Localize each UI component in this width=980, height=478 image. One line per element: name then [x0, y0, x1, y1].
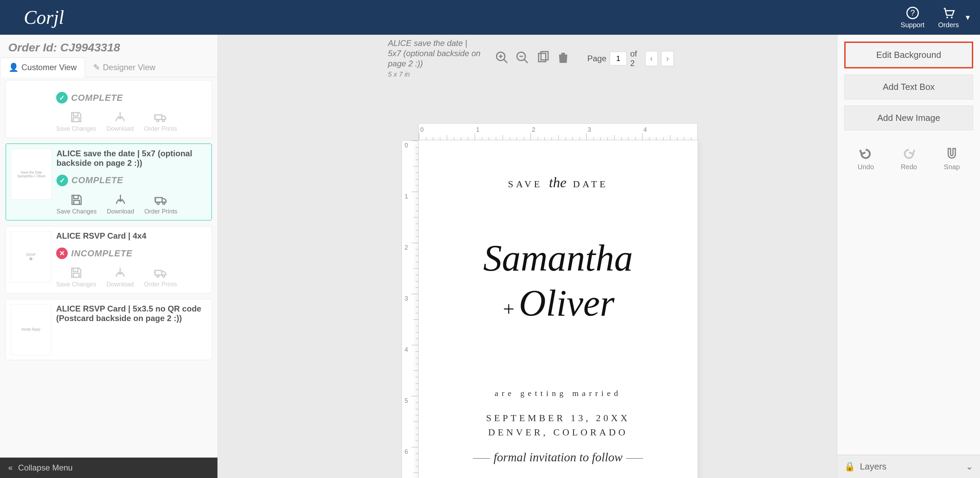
item-actions: Save Changes Download Order Prints — [56, 266, 207, 288]
name-1: Samantha — [418, 236, 698, 280]
order-prints-button[interactable]: Order Prints — [144, 193, 177, 215]
item-card[interactable]: Kindly Reply ALICE RSVP Card | 5x3.5 no … — [5, 299, 212, 360]
zoom-out-button[interactable] — [515, 50, 530, 67]
page-next-button[interactable]: › — [661, 51, 674, 66]
save-changes-button[interactable]: Save Changes — [56, 266, 96, 288]
plus-symbol: + — [501, 298, 515, 320]
ruler-tick-label: 3 — [404, 295, 408, 302]
orders-link[interactable]: Orders — [938, 6, 959, 29]
truck-icon — [154, 193, 168, 207]
magnet-icon — [945, 147, 959, 161]
order-prints-button[interactable]: Order Prints — [144, 266, 177, 288]
date-word: DATE — [573, 179, 608, 189]
download-icon — [113, 110, 127, 124]
item-thumbnail: Kindly Reply — [11, 304, 51, 355]
tab-designer-view[interactable]: Designer View — [85, 57, 163, 77]
names-block[interactable]: Samantha +Oliver — [418, 236, 698, 325]
snap-button[interactable]: Snap — [944, 147, 960, 171]
save-changes-button[interactable]: Save Changes — [56, 193, 97, 215]
items-list: ✓ COMPLETE Save Changes Download Order P… — [0, 77, 218, 478]
zoom-out-icon — [515, 50, 530, 65]
check-icon: ✓ — [56, 92, 68, 104]
chevron-down-icon: ⌄ — [966, 461, 973, 472]
item-actions: Save Changes Download Order Prints — [56, 193, 207, 215]
chevron-left-icon: « — [8, 463, 13, 473]
app-header: Corjl ? Support Orders ▾ — [0, 0, 980, 35]
ruler-tick-label: 4 — [643, 126, 647, 134]
svg-line-20 — [504, 59, 508, 63]
item-title: ALICE RSVP Card | 4x4 — [56, 231, 207, 241]
save-changes-button[interactable]: Save Changes — [56, 110, 96, 133]
svg-point-11 — [163, 202, 165, 204]
save-the-date-heading[interactable]: SAVE the DATE — [418, 174, 698, 191]
item-actions: Save Changes Download Order Prints — [56, 110, 207, 133]
svg-point-15 — [156, 275, 159, 277]
svg-point-6 — [162, 120, 165, 122]
undo-button[interactable]: Undo — [858, 147, 874, 171]
ruler-vertical: 0123456 — [401, 140, 418, 478]
tab-customer-view[interactable]: Customer View — [0, 57, 85, 77]
download-button[interactable]: Download — [107, 110, 134, 133]
item-card[interactable]: Save the DateSamantha + Oliver ALICE sav… — [5, 143, 212, 221]
copy-button[interactable] — [536, 50, 550, 67]
tab-designer-label: Designer View — [103, 63, 155, 72]
ruler-tick-label: 4 — [404, 346, 408, 354]
download-button[interactable]: Download — [107, 266, 134, 288]
page-prev-button[interactable]: ‹ — [645, 51, 658, 66]
item-card[interactable]: ✓ COMPLETE Save Changes Download Order P… — [5, 80, 212, 138]
ruler-tick-label: 0 — [404, 142, 408, 149]
canvas-header: ALICE save the date | 5x7 (optional back… — [388, 38, 674, 79]
date-location-block[interactable]: SEPTEMBER 13, 20XX DENVER, COLORADO — [418, 411, 698, 440]
collapse-menu-bar[interactable]: « Collapse Menu — [0, 457, 218, 478]
page-of-label: of 2 — [630, 49, 642, 68]
svg-line-24 — [524, 59, 528, 63]
svg-point-16 — [162, 275, 165, 277]
support-label: Support — [901, 21, 924, 29]
history-row: Undo Redo Snap — [844, 147, 973, 171]
item-body: ✓ COMPLETE Save Changes Download Order P… — [56, 85, 207, 133]
x-icon: ✕ — [56, 247, 68, 259]
delete-button[interactable] — [556, 50, 570, 67]
download-icon — [114, 193, 127, 207]
support-link[interactable]: ? Support — [901, 6, 924, 29]
status-text: INCOMPLETE — [71, 248, 132, 259]
trash-icon — [556, 50, 570, 65]
orders-label: Orders — [938, 21, 959, 29]
redo-icon — [902, 147, 916, 161]
canvas-toolbar — [495, 50, 570, 67]
ruler-tick-label: 6 — [404, 448, 408, 456]
redo-button[interactable]: Redo — [901, 147, 917, 171]
undo-label: Undo — [858, 163, 874, 171]
item-card[interactable]: RSVP▦ ALICE RSVP Card | 4x4 ✕ INCOMPLETE… — [5, 226, 212, 293]
layers-panel-toggle[interactable]: 🔒 Layers ⌄ — [837, 455, 980, 478]
save-icon — [70, 193, 83, 207]
ruler-tick-label: 5 — [404, 397, 408, 405]
add-text-box-button[interactable]: Add Text Box — [844, 75, 973, 99]
pencil-icon — [93, 63, 100, 72]
edit-background-button[interactable]: Edit Background — [844, 41, 973, 69]
event-location: DENVER, COLORADO — [418, 425, 698, 440]
save-icon — [69, 110, 83, 124]
download-icon — [113, 266, 127, 279]
item-title: ALICE RSVP Card | 5x3.5 no QR code (Post… — [56, 304, 207, 323]
name-2: Oliver — [519, 282, 614, 324]
status-row: ✓ COMPLETE — [56, 92, 207, 104]
app-logo: Corjl — [24, 6, 64, 28]
formal-invitation-text[interactable]: formal invitation to follow — [418, 450, 698, 464]
undo-icon — [859, 147, 873, 161]
ruler-tick-label: 3 — [588, 126, 591, 134]
snap-label: Snap — [944, 163, 960, 171]
svg-point-10 — [157, 202, 159, 204]
page-canvas[interactable]: SAVE the DATE Samantha +Oliver are getti… — [418, 140, 698, 478]
add-new-image-button[interactable]: Add New Image — [844, 105, 973, 131]
redo-label: Redo — [901, 163, 917, 171]
download-button[interactable]: Download — [107, 193, 134, 215]
layers-label: Layers — [860, 461, 886, 472]
user-menu-dropdown[interactable]: ▾ — [966, 13, 970, 22]
page-label: Page — [587, 54, 606, 63]
the-word: the — [549, 175, 566, 190]
zoom-in-button[interactable] — [495, 50, 509, 67]
order-prints-button[interactable]: Order Prints — [144, 110, 177, 133]
page-input[interactable] — [610, 52, 627, 65]
getting-married-text[interactable]: are getting married — [418, 389, 698, 398]
